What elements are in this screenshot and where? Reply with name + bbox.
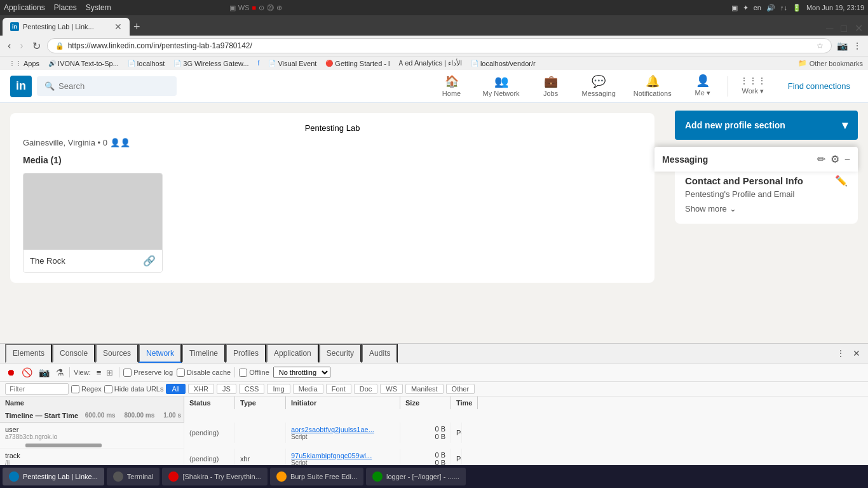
find-connections-button[interactable]: Find connections	[780, 81, 858, 91]
messaging-minimize-button[interactable]: −	[844, 153, 850, 165]
filter-font-button[interactable]: Font	[326, 384, 351, 394]
devtools-tab-security[interactable]: Security	[319, 344, 362, 363]
nav-jobs[interactable]: 💼 Jobs	[529, 70, 573, 103]
nav-home[interactable]: 🏠 Home	[430, 70, 474, 103]
table-row[interactable]: user a738b3cb.ngrok.io (pending) aors2sa…	[0, 423, 184, 449]
bookmark-ivona[interactable]: 🔊 IVONA Text-to-Sp...	[44, 58, 123, 69]
back-button[interactable]: ‹	[5, 39, 13, 53]
screenshot-button[interactable]: 📷	[836, 39, 849, 52]
search-input[interactable]	[58, 81, 160, 91]
devtools-camera-button[interactable]: 📷	[37, 366, 51, 379]
filter-all-button[interactable]: All	[166, 384, 185, 394]
nav-work[interactable]: ⋮⋮⋮ Work ▾	[731, 70, 775, 103]
nav-messaging[interactable]: 💬 Messaging	[573, 70, 625, 103]
add-profile-section-button[interactable]: Add new profile section ▾	[675, 111, 858, 140]
col-status[interactable]: Status	[184, 396, 235, 409]
bookmark-analytics[interactable]: A ed Analytics | الأداء	[395, 58, 466, 69]
bookmark-visual-event[interactable]: 📄 Visual Event	[264, 58, 320, 69]
media-item[interactable]: The Rock 🔗	[23, 173, 163, 273]
hide-urls-checkbox[interactable]	[104, 385, 112, 393]
devtools-record-button[interactable]: ⏺	[5, 366, 17, 379]
messaging-compose-button[interactable]: ✏	[817, 153, 825, 165]
col-type[interactable]: Type	[235, 396, 286, 409]
col-time[interactable]: Time	[451, 396, 478, 409]
taskbar-item-linkedin[interactable]: Pentesting Lab | Linke...	[3, 468, 104, 485]
view-tree-button[interactable]: ⊞	[104, 367, 115, 379]
filter-img-button[interactable]: Img	[267, 384, 290, 394]
throttle-select[interactable]: No throttling	[273, 367, 330, 378]
nav-notifications[interactable]: 🔔 Notifications	[625, 70, 681, 103]
view-toggle-buttons: ≡ ⊞	[95, 367, 116, 379]
devtools-tab-sources[interactable]: Sources	[95, 344, 139, 363]
filter-other-button[interactable]: Other	[446, 384, 475, 394]
other-bookmarks-folder[interactable]: 📁 Other bookmarks	[798, 59, 863, 67]
show-more-button[interactable]: Show more ⌄	[685, 204, 848, 214]
bookmark-facebook[interactable]: f	[254, 58, 264, 68]
filter-manifest-button[interactable]: Manifest	[405, 384, 444, 394]
devtools-customize-button[interactable]: ⋮	[834, 347, 848, 360]
bookmark-star-icon[interactable]: ☆	[817, 41, 824, 50]
preserve-log-checkbox[interactable]	[123, 369, 132, 377]
disable-cache-checkbox[interactable]	[177, 369, 185, 377]
devtools-tab-timeline[interactable]: Timeline	[182, 344, 226, 363]
devtools-tab-network[interactable]: Network	[139, 344, 182, 363]
bookmark-localhost-vendor[interactable]: 📄 localhost/vendor/r	[467, 58, 539, 69]
initiator-link[interactable]: aors2saobtfvq2juulss1ae...	[291, 426, 395, 433]
taskbar-icon-burp	[276, 471, 287, 482]
filter-css-button[interactable]: CSS	[239, 384, 265, 394]
os-applications[interactable]: Applications	[4, 3, 45, 12]
devtools-tab-console[interactable]: Console	[52, 344, 95, 363]
nav-network[interactable]: 👥 My Network	[474, 70, 529, 103]
bookmark-apps[interactable]: ⋮⋮ Apps	[5, 58, 43, 69]
devtools-tab-application[interactable]: Application	[266, 344, 319, 363]
taskbar-item-burpsuite[interactable]: Burp Suite Free Edi...	[270, 468, 363, 485]
search-bar[interactable]: 🔍	[37, 76, 177, 96]
menu-button[interactable]: ⋮	[851, 39, 863, 52]
forward-button[interactable]: ›	[17, 39, 25, 53]
filter-doc-button[interactable]: Doc	[354, 384, 378, 394]
bookmark-3g[interactable]: 📄 3G Wireless Gatew...	[170, 58, 252, 69]
col-initiator[interactable]: Initiator	[286, 396, 400, 409]
devtools-tab-audits[interactable]: Audits	[362, 344, 398, 363]
media-link-icon[interactable]: 🔗	[143, 255, 156, 267]
col-timeline[interactable]: Timeline — Start Time 600.00 ms 800.00 m…	[0, 409, 184, 422]
browser-tab-active[interactable]: in Pentesting Lab | Link... ✕	[3, 18, 130, 36]
new-tab-button[interactable]: +	[133, 20, 140, 34]
filter-xhr-button[interactable]: XHR	[188, 384, 214, 394]
os-places[interactable]: Places	[54, 3, 77, 12]
filter-ws-button[interactable]: WS	[380, 384, 403, 394]
bookmark-localhost[interactable]: 📄 localhost	[124, 58, 168, 69]
col-name[interactable]: Name	[0, 396, 184, 409]
url-bar[interactable]: 🔒 https://www.linkedin.com/in/pentesting…	[47, 38, 832, 53]
devtools-clear-button[interactable]: 🚫	[20, 366, 34, 379]
os-system[interactable]: System	[86, 3, 111, 12]
col-size[interactable]: Size	[400, 396, 451, 409]
devtools-tab-elements[interactable]: Elements	[5, 344, 52, 363]
tab-title: Pentesting Lab | Link...	[23, 23, 111, 30]
taskbar-item-logger[interactable]: logger - [~/logger] - ......	[366, 468, 466, 485]
view-list-button[interactable]: ≡	[95, 367, 104, 379]
taskbar-item-terminal[interactable]: Terminal	[107, 468, 160, 485]
devtools-close-button[interactable]: ✕	[850, 347, 863, 360]
edit-contact-icon[interactable]: ✏️	[835, 175, 848, 187]
location-text: Gainesville, Virginia	[23, 138, 95, 147]
initiator-link[interactable]: 97u5kiambipfqnqc059wl...	[291, 452, 395, 459]
window-maximize-button[interactable]: □	[838, 22, 850, 36]
devtools-filter-input[interactable]	[5, 383, 69, 395]
window-close-button[interactable]: ✕	[852, 21, 865, 36]
nav-me[interactable]: 👤 Me ▾	[681, 70, 725, 103]
messaging-settings-button[interactable]: ⚙	[831, 153, 839, 165]
regex-checkbox[interactable]	[71, 385, 79, 393]
devtools-tab-profiles[interactable]: Profiles	[226, 344, 266, 363]
filter-js-button[interactable]: JS	[217, 384, 236, 394]
filter-media-button[interactable]: Media	[293, 384, 323, 394]
tab-close-button[interactable]: ✕	[114, 22, 122, 32]
taskbar-item-shakira[interactable]: [Shakira - Try Everythin...	[162, 468, 267, 485]
devtools-filter-toggle-button[interactable]: ⚗	[55, 366, 65, 379]
messaging-widget[interactable]: Messaging ✏ ⚙ −	[654, 147, 858, 172]
reload-button[interactable]: ↻	[30, 39, 43, 53]
bookmark-getting-started[interactable]: 🔴 Getting Started - l	[322, 58, 393, 69]
offline-checkbox[interactable]	[239, 369, 247, 377]
linkedin-logo[interactable]: in	[10, 76, 32, 97]
window-minimize-button[interactable]: ─	[824, 22, 836, 36]
